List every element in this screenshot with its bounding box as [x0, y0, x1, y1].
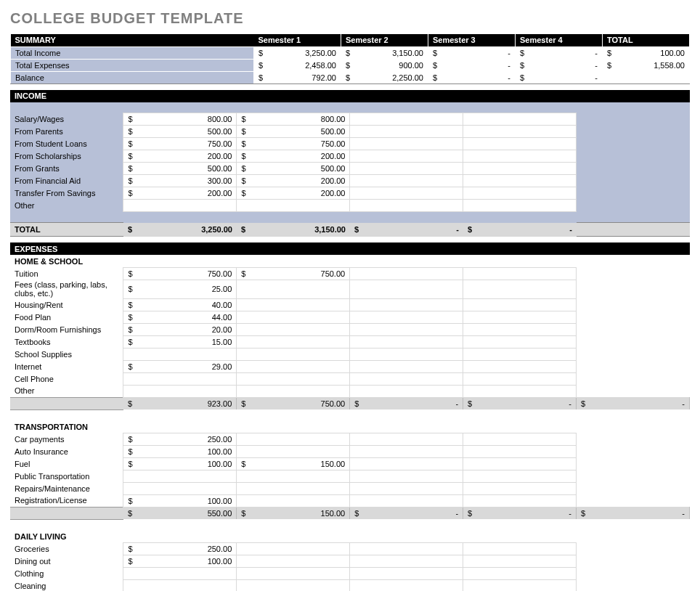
- value-cell[interactable]: $25.00: [123, 280, 237, 298]
- value-cell[interactable]: [603, 71, 690, 83]
- value-cell[interactable]: [123, 482, 237, 494]
- value-cell[interactable]: [463, 555, 577, 567]
- value-cell[interactable]: [463, 482, 577, 494]
- value-cell[interactable]: [237, 470, 350, 482]
- value-cell[interactable]: [463, 385, 577, 397]
- value-cell[interactable]: [350, 311, 463, 323]
- value-cell[interactable]: [350, 372, 463, 385]
- value-cell[interactable]: [463, 335, 577, 348]
- value-cell[interactable]: $750.00: [123, 267, 237, 280]
- value-cell[interactable]: [350, 494, 463, 507]
- value-cell[interactable]: $20.00: [123, 323, 237, 335]
- value-cell[interactable]: $-: [428, 71, 516, 83]
- value-cell[interactable]: $-: [350, 397, 463, 409]
- value-cell[interactable]: $29.00: [123, 360, 237, 372]
- value-cell[interactable]: [350, 126, 463, 138]
- value-cell[interactable]: $-: [428, 59, 516, 71]
- value-cell[interactable]: $-: [428, 46, 516, 59]
- value-cell[interactable]: [463, 372, 577, 385]
- value-cell[interactable]: $-: [576, 507, 689, 519]
- value-cell[interactable]: $-: [463, 223, 577, 237]
- value-cell[interactable]: $800.00: [237, 113, 350, 126]
- value-cell[interactable]: $150.00: [237, 507, 350, 519]
- value-cell[interactable]: $100.00: [123, 494, 237, 507]
- value-cell[interactable]: [350, 298, 463, 311]
- value-cell[interactable]: [350, 433, 463, 445]
- value-cell[interactable]: $100.00: [603, 46, 690, 59]
- value-cell[interactable]: [237, 445, 350, 457]
- value-cell[interactable]: [123, 567, 237, 579]
- value-cell[interactable]: $923.00: [123, 397, 237, 409]
- value-cell[interactable]: [350, 470, 463, 482]
- value-cell[interactable]: [237, 567, 350, 579]
- value-cell[interactable]: [123, 470, 237, 482]
- value-cell[interactable]: $100.00: [123, 445, 237, 457]
- value-cell[interactable]: [350, 267, 463, 280]
- value-cell[interactable]: [237, 360, 350, 372]
- value-cell[interactable]: [463, 280, 577, 298]
- value-cell[interactable]: $750.00: [123, 138, 237, 150]
- value-cell[interactable]: [350, 385, 463, 397]
- value-cell[interactable]: $3,150.00: [237, 223, 350, 237]
- value-cell[interactable]: [123, 385, 237, 397]
- value-cell[interactable]: [237, 433, 350, 445]
- value-cell[interactable]: [237, 385, 350, 397]
- value-cell[interactable]: $500.00: [123, 126, 237, 138]
- value-cell[interactable]: $3,250.00: [254, 46, 341, 59]
- value-cell[interactable]: $550.00: [123, 507, 237, 519]
- value-cell[interactable]: [350, 138, 463, 150]
- value-cell[interactable]: [123, 579, 237, 591]
- value-cell[interactable]: [237, 579, 350, 591]
- value-cell[interactable]: [237, 482, 350, 494]
- value-cell[interactable]: $100.00: [123, 457, 237, 470]
- value-cell[interactable]: [350, 200, 463, 212]
- value-cell[interactable]: $200.00: [123, 150, 237, 163]
- value-cell[interactable]: [350, 323, 463, 335]
- value-cell[interactable]: [463, 457, 577, 470]
- value-cell[interactable]: $300.00: [123, 175, 237, 187]
- value-cell[interactable]: $500.00: [237, 163, 350, 175]
- value-cell[interactable]: $200.00: [237, 150, 350, 163]
- value-cell[interactable]: [350, 555, 463, 567]
- value-cell[interactable]: [463, 445, 577, 457]
- value-cell[interactable]: [350, 567, 463, 579]
- value-cell[interactable]: [463, 126, 577, 138]
- value-cell[interactable]: [463, 579, 577, 591]
- value-cell[interactable]: [350, 335, 463, 348]
- value-cell[interactable]: [463, 175, 577, 187]
- value-cell[interactable]: [123, 348, 237, 360]
- value-cell[interactable]: [350, 445, 463, 457]
- value-cell[interactable]: [123, 200, 237, 212]
- value-cell[interactable]: [350, 457, 463, 470]
- value-cell[interactable]: [463, 200, 577, 212]
- value-cell[interactable]: [350, 113, 463, 126]
- value-cell[interactable]: [350, 280, 463, 298]
- value-cell[interactable]: [350, 482, 463, 494]
- value-cell[interactable]: $200.00: [237, 175, 350, 187]
- value-cell[interactable]: [350, 187, 463, 200]
- value-cell[interactable]: $15.00: [123, 335, 237, 348]
- value-cell[interactable]: [237, 494, 350, 507]
- value-cell[interactable]: $-: [463, 507, 577, 519]
- value-cell[interactable]: $-: [516, 59, 603, 71]
- value-cell[interactable]: [463, 187, 577, 200]
- value-cell[interactable]: [463, 311, 577, 323]
- value-cell[interactable]: $150.00: [237, 457, 350, 470]
- value-cell[interactable]: [463, 360, 577, 372]
- value-cell[interactable]: $-: [516, 46, 603, 59]
- value-cell[interactable]: [237, 372, 350, 385]
- value-cell[interactable]: $800.00: [123, 113, 237, 126]
- value-cell[interactable]: $500.00: [123, 163, 237, 175]
- value-cell[interactable]: [237, 348, 350, 360]
- value-cell[interactable]: [237, 200, 350, 212]
- value-cell[interactable]: $-: [463, 397, 577, 409]
- value-cell[interactable]: $2,458.00: [254, 59, 341, 71]
- value-cell[interactable]: [463, 542, 577, 555]
- value-cell[interactable]: $750.00: [237, 397, 350, 409]
- value-cell[interactable]: $792.00: [254, 71, 341, 83]
- value-cell[interactable]: [463, 494, 577, 507]
- value-cell[interactable]: $-: [576, 397, 689, 409]
- value-cell[interactable]: $3,250.00: [123, 223, 237, 237]
- value-cell[interactable]: [237, 335, 350, 348]
- value-cell[interactable]: [123, 372, 237, 385]
